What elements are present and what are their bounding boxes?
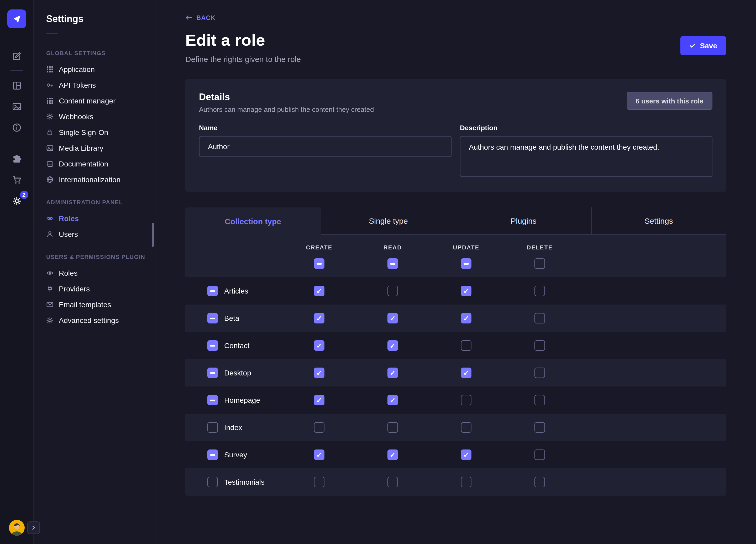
sidebar-item-providers[interactable]: Providers <box>34 281 155 297</box>
row-select-checkbox[interactable] <box>207 313 218 323</box>
update-checkbox[interactable] <box>461 477 471 487</box>
sidebar-item-advanced-settings[interactable]: Advanced settings <box>34 312 155 328</box>
read-checkbox[interactable] <box>387 477 398 487</box>
section-administration-panel: ADMINISTRATION PANEL Roles Users <box>34 199 155 242</box>
delete-checkbox[interactable] <box>534 286 545 296</box>
sidebar-item-label: Users <box>59 230 78 238</box>
read-checkbox[interactable] <box>387 313 398 323</box>
settings-nav-button[interactable]: 2 <box>11 195 22 207</box>
update-checkbox[interactable] <box>461 422 471 433</box>
read-checkbox[interactable] <box>387 422 398 433</box>
read-checkbox[interactable] <box>387 368 398 378</box>
save-button[interactable]: Save <box>681 36 726 55</box>
permissions-rows: Articles Beta Contact Desktop <box>185 277 726 496</box>
sidebar-item-api-tokens[interactable]: API Tokens <box>34 77 155 93</box>
sidebar-item-label: Content manager <box>59 97 115 105</box>
sidebar-item-roles-plugin[interactable]: Roles <box>34 265 155 281</box>
check-icon <box>690 43 696 49</box>
read-checkbox[interactable] <box>387 340 398 351</box>
sidebar-item-roles-admin[interactable]: Roles <box>34 211 155 226</box>
delete-checkbox[interactable] <box>534 477 545 487</box>
media-library-nav-button[interactable] <box>11 101 22 112</box>
sidebar-item-single-sign-on[interactable]: Single Sign-On <box>34 124 155 140</box>
select-all-update-checkbox[interactable] <box>461 258 471 269</box>
read-checkbox[interactable] <box>387 286 398 296</box>
update-checkbox[interactable] <box>461 340 471 351</box>
sidebar-item-content-manager[interactable]: Content manager <box>34 93 155 109</box>
tab-plugins[interactable]: Plugins <box>456 207 591 235</box>
update-checkbox[interactable] <box>461 368 471 378</box>
sidebar-item-internationalization[interactable]: Internationalization <box>34 172 155 187</box>
delete-checkbox[interactable] <box>534 395 545 405</box>
marketplace-nav-button[interactable] <box>11 174 22 186</box>
main-content: BACK Edit a role Define the rights given… <box>155 0 756 544</box>
update-checkbox[interactable] <box>461 449 471 460</box>
puzzle-icon <box>12 154 21 164</box>
column-header-create: CREATE <box>282 244 356 250</box>
sidebar-scrollbar[interactable] <box>152 223 154 247</box>
update-checkbox[interactable] <box>461 395 471 405</box>
create-checkbox[interactable] <box>314 313 324 323</box>
sidebar-item-webhooks[interactable]: Webhooks <box>34 109 155 124</box>
users-with-role-button[interactable]: 6 users with this role <box>627 92 712 110</box>
read-checkbox[interactable] <box>387 449 398 460</box>
key-icon <box>46 81 54 89</box>
tab-collection-type[interactable]: Collection type <box>185 207 321 235</box>
select-all-read-checkbox[interactable] <box>387 258 398 269</box>
expand-sidebar-button[interactable] <box>27 521 40 534</box>
row-select-checkbox[interactable] <box>207 477 218 487</box>
user-avatar[interactable] <box>9 520 25 536</box>
create-checkbox[interactable] <box>314 286 324 296</box>
update-checkbox[interactable] <box>461 286 471 296</box>
documentation-nav-button[interactable] <box>11 122 22 133</box>
column-header-update: UPDATE <box>429 244 503 250</box>
strapi-logo[interactable] <box>7 9 26 28</box>
user-icon <box>46 231 54 238</box>
row-select-checkbox[interactable] <box>207 286 218 296</box>
create-checkbox[interactable] <box>314 477 324 487</box>
rail-divider <box>11 70 23 71</box>
cart-icon <box>12 175 21 185</box>
mail-icon <box>46 301 54 308</box>
permission-row: Index <box>185 414 726 441</box>
sidebar-item-users[interactable]: Users <box>34 226 155 242</box>
sidebar-item-documentation[interactable]: Documentation <box>34 156 155 172</box>
delete-checkbox[interactable] <box>534 313 545 323</box>
content-manager-nav-button[interactable] <box>11 50 22 62</box>
delete-checkbox[interactable] <box>534 340 545 351</box>
read-checkbox[interactable] <box>387 395 398 405</box>
section-users-permissions-plugin: USERS & PERMISSIONS PLUGIN Roles Provide… <box>34 254 155 328</box>
name-label: Name <box>199 124 451 132</box>
image-icon <box>46 144 54 152</box>
content-type-label: Desktop <box>224 369 251 377</box>
sidebar-item-email-templates[interactable]: Email templates <box>34 297 155 312</box>
sidebar-item-media-library[interactable]: Media Library <box>34 140 155 156</box>
role-description-textarea[interactable]: Authors can manage and publish the conte… <box>460 136 712 177</box>
tab-single-type[interactable]: Single type <box>321 207 456 235</box>
create-checkbox[interactable] <box>314 395 324 405</box>
row-select-checkbox[interactable] <box>207 449 218 460</box>
create-checkbox[interactable] <box>314 449 324 460</box>
create-checkbox[interactable] <box>314 368 324 378</box>
row-select-checkbox[interactable] <box>207 395 218 405</box>
role-name-input[interactable] <box>199 136 451 157</box>
sidebar-item-label: Roles <box>59 269 78 277</box>
row-select-checkbox[interactable] <box>207 422 218 433</box>
lock-icon <box>46 129 54 136</box>
delete-checkbox[interactable] <box>534 449 545 460</box>
create-checkbox[interactable] <box>314 422 324 433</box>
delete-checkbox[interactable] <box>534 368 545 378</box>
tab-settings[interactable]: Settings <box>591 207 726 235</box>
plugins-nav-button[interactable] <box>11 153 22 165</box>
create-checkbox[interactable] <box>314 340 324 351</box>
select-all-delete-checkbox[interactable] <box>534 258 545 269</box>
delete-checkbox[interactable] <box>534 422 545 433</box>
sidebar-item-label: API Tokens <box>59 81 96 89</box>
sidebar-item-application[interactable]: Application <box>34 61 155 77</box>
row-select-checkbox[interactable] <box>207 340 218 351</box>
update-checkbox[interactable] <box>461 313 471 323</box>
row-select-checkbox[interactable] <box>207 368 218 378</box>
select-all-create-checkbox[interactable] <box>314 258 324 269</box>
content-type-builder-nav-button[interactable] <box>11 80 22 91</box>
back-link[interactable]: BACK <box>185 14 216 21</box>
